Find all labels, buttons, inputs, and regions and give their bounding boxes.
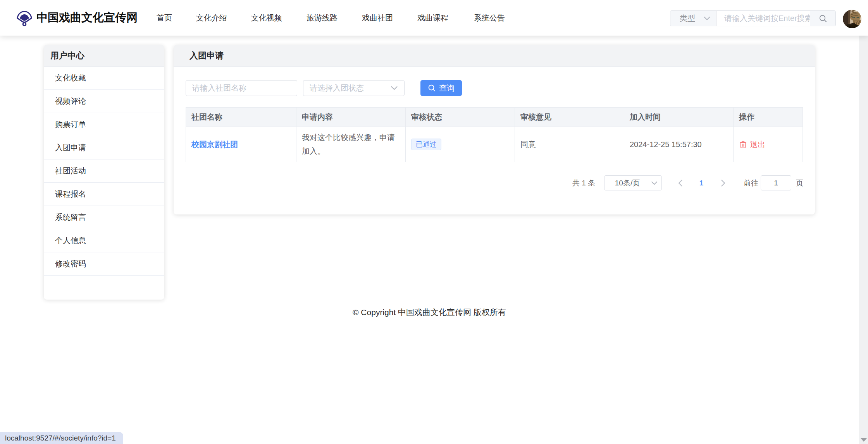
society-name-link[interactable]: 校园京剧社团 (191, 139, 238, 150)
sidebar-item-system-messages[interactable]: 系统留言 (44, 206, 164, 229)
pagination: 共 1 条 10条/页 1 前往 1 页 (174, 175, 803, 190)
query-button-label: 查询 (439, 83, 455, 93)
society-name-input[interactable]: 请输入社团名称 (186, 80, 297, 96)
col-review-status: 审核状态 (406, 108, 515, 127)
chevron-down-icon (391, 86, 398, 91)
col-actions: 操作 (734, 108, 803, 127)
global-search-input[interactable]: 请输入关键词按Enter搜索 (716, 11, 810, 26)
opera-fan-logo-icon (16, 10, 33, 27)
pagination-total: 共 1 条 (572, 175, 595, 190)
panel-body: 请输入社团名称 请选择入团状态 查询 社团名称 申请内容 审核状态 审核意见 加… (174, 67, 815, 214)
nav-item-opera-course[interactable]: 戏曲课程 (417, 0, 448, 36)
col-join-time: 加入时间 (624, 108, 734, 127)
cat-avatar-image (843, 10, 861, 28)
page: 中国戏曲文化宣传网 首页 文化介绍 文化视频 旅游线路 戏曲社团 戏曲课程 系统… (0, 0, 868, 444)
user-center-sidebar: 用户中心 文化收藏 视频评论 购票订单 入团申请 社团活动 课程报名 系统留言 … (44, 45, 164, 300)
cell-join-time: 2024-12-25 15:57:30 (624, 127, 734, 162)
nav-item-travel-routes[interactable]: 旅游线路 (307, 0, 338, 36)
review-opinion-text: 同意 (520, 139, 536, 150)
trash-icon[interactable] (739, 141, 747, 149)
page-size-select[interactable]: 10条/页 (604, 175, 662, 190)
cell-apply-content: 我对这个比较感兴趣，申请加入。 (296, 127, 406, 162)
global-search-group: 类型 请输入关键词按Enter搜索 (670, 10, 836, 26)
apply-content-text: 我对这个比较感兴趣，申请加入。 (302, 131, 400, 158)
content-scrollbar[interactable] (859, 36, 868, 444)
brand[interactable]: 中国戏曲文化宣传网 (16, 0, 138, 36)
user-avatar[interactable] (843, 10, 861, 28)
search-type-select[interactable]: 类型 (670, 11, 716, 26)
copyright-footer: © Copyright 中国戏曲文化宣传网 版权所有 (0, 307, 859, 318)
page-unit-label: 页 (796, 175, 803, 190)
sidebar-item-change-password[interactable]: 修改密码 (44, 252, 164, 276)
sidebar-item-personal-info[interactable]: 个人信息 (44, 229, 164, 252)
sidebar-item-course-enrollment[interactable]: 课程报名 (44, 183, 164, 206)
col-society-name: 社团名称 (186, 108, 296, 127)
global-search-button[interactable] (810, 11, 835, 26)
sidebar-title: 用户中心 (44, 45, 164, 67)
nav-item-culture-video[interactable]: 文化视频 (251, 0, 282, 36)
join-status-placeholder: 请选择入团状态 (310, 81, 364, 96)
search-icon (428, 84, 436, 92)
goto-page-input[interactable]: 1 (761, 175, 791, 190)
sidebar-item-culture-collection[interactable]: 文化收藏 (44, 67, 164, 90)
nav-item-opera-society[interactable]: 戏曲社团 (362, 0, 393, 36)
quit-action-link[interactable]: 退出 (750, 139, 765, 150)
col-apply-content: 申请内容 (296, 108, 406, 127)
status-badge: 已通过 (411, 139, 441, 150)
chevron-down-icon (651, 181, 658, 186)
page-size-value: 10条/页 (604, 176, 650, 190)
nav-item-home[interactable]: 首页 (157, 0, 172, 36)
sidebar-item-society-activities[interactable]: 社团活动 (44, 159, 164, 183)
panel-title: 入团申请 (174, 45, 815, 67)
applications-table: 社团名称 申请内容 审核状态 审核意见 加入时间 操作 校园京剧社团 我对这个比… (186, 107, 803, 162)
join-status-select[interactable]: 请选择入团状态 (303, 80, 405, 96)
sidebar-item-video-comments[interactable]: 视频评论 (44, 90, 164, 113)
query-button[interactable]: 查询 (420, 80, 462, 96)
top-navigation-bar: 中国戏曲文化宣传网 首页 文化介绍 文化视频 旅游线路 戏曲社团 戏曲课程 系统… (0, 0, 868, 36)
global-search-placeholder: 请输入关键词按Enter搜索 (724, 11, 810, 26)
page-number-1[interactable]: 1 (696, 175, 707, 190)
nav-item-system-notice[interactable]: 系统公告 (474, 0, 505, 36)
scrollbar-down-arrow-icon[interactable] (861, 438, 867, 442)
site-title: 中国戏曲文化宣传网 (36, 10, 138, 26)
next-page-button[interactable] (718, 175, 728, 190)
nav-item-culture-intro[interactable]: 文化介绍 (196, 0, 227, 36)
sidebar-item-ticket-orders[interactable]: 购票订单 (44, 113, 164, 136)
society-name-placeholder: 请输入社团名称 (192, 81, 246, 96)
col-review-opinion: 审核意见 (515, 108, 624, 127)
search-type-placeholder: 类型 (680, 11, 695, 26)
table-row: 校园京剧社团 我对这个比较感兴趣，申请加入。 已通过 同意 2024-12-25… (186, 127, 803, 162)
cell-review-status: 已通过 (406, 127, 515, 162)
search-icon (819, 14, 827, 23)
cell-actions: 退出 (734, 127, 803, 162)
sidebar-item-join-applications[interactable]: 入团申请 (44, 136, 164, 159)
cell-society-name: 校园京剧社团 (186, 127, 296, 162)
chevron-down-icon (703, 16, 711, 21)
browser-status-bubble: localhost:9527/#/society/info?id=1 (0, 432, 123, 444)
goto-label: 前往 (744, 175, 758, 190)
cell-review-opinion: 同意 (515, 127, 624, 162)
table-header-row: 社团名称 申请内容 审核状态 审核意见 加入时间 操作 (186, 108, 803, 127)
status-url: localhost:9527/#/society/info?id=1 (0, 432, 123, 444)
chevron-right-icon (721, 179, 726, 187)
prev-page-button[interactable] (675, 175, 685, 190)
join-application-panel: 入团申请 请输入社团名称 请选择入团状态 查询 社团名称 申请内容 审核状态 审… (174, 45, 815, 214)
join-time-text: 2024-12-25 15:57:30 (630, 140, 702, 149)
chevron-left-icon (678, 179, 683, 187)
